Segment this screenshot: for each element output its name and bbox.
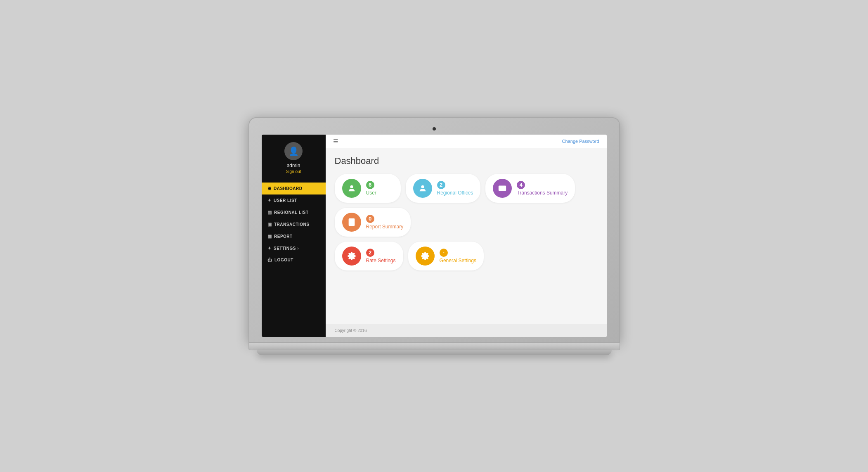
sidebar-label-user-list: User List <box>274 198 297 203</box>
user-avatar-icon: 👤 <box>289 146 299 156</box>
rate-settings-label: Rate Settings <box>366 258 396 263</box>
report-icon: ▦ <box>267 234 272 239</box>
laptop-base <box>248 343 620 350</box>
sidebar-profile: 👤 admin Sign out <box>262 135 326 179</box>
user-badge: 6 <box>366 181 374 189</box>
general-settings-badge: - <box>440 249 448 257</box>
card-report-summary[interactable]: 0 Report Summary <box>335 208 411 237</box>
logout-icon: ⏻ <box>267 258 272 263</box>
laptop-screen: 👤 admin Sign out ⊞ Dashboard ✦ User List <box>262 135 607 337</box>
sidebar-label-regional-list: Regional List <box>274 210 309 215</box>
report-summary-label: Report Summary <box>366 224 404 230</box>
page-title: Dashboard <box>335 156 598 166</box>
topbar: ☰ Change Password <box>326 135 607 148</box>
hamburger-icon[interactable]: ☰ <box>333 138 338 145</box>
screen-bezel: 👤 admin Sign out ⊞ Dashboard ✦ User List <box>248 117 620 343</box>
copyright-text: Copyright © 2016 <box>335 328 367 333</box>
sidebar-label-logout: Logout <box>274 258 293 262</box>
sidebar-label-dashboard: Dashboard <box>274 186 303 191</box>
svg-rect-2 <box>499 185 506 191</box>
cards-row-2: 2 Rate Settings - General Settings <box>335 242 598 270</box>
transactions-icon: ▣ <box>267 222 272 227</box>
transactions-summary-badge: 4 <box>517 181 525 189</box>
user-list-icon: ✦ <box>267 198 272 203</box>
change-password-link[interactable]: Change Password <box>562 139 599 144</box>
sidebar-username: admin <box>287 163 300 168</box>
general-settings-label: General Settings <box>440 258 476 263</box>
user-label: User <box>366 190 376 196</box>
dashboard-icon: ⊞ <box>267 186 272 191</box>
sidebar-item-logout[interactable]: ⏻ Logout <box>262 254 326 266</box>
card-general-settings[interactable]: - General Settings <box>408 242 484 270</box>
card-transactions-summary[interactable]: 4 Transactions Summary <box>485 174 575 203</box>
sidebar-item-settings[interactable]: ✦ Settings › <box>262 242 326 254</box>
laptop-frame: 👤 admin Sign out ⊞ Dashboard ✦ User List <box>248 117 620 355</box>
content-area: Dashboard 6 User <box>326 148 607 324</box>
rate-settings-badge: 2 <box>366 249 374 257</box>
sidebar-item-transactions[interactable]: ▣ Transactions <box>262 218 326 230</box>
transactions-summary-card-info: 4 Transactions Summary <box>517 181 568 196</box>
sidebar-item-dashboard[interactable]: ⊞ Dashboard <box>262 183 326 194</box>
transactions-summary-label: Transactions Summary <box>517 190 568 196</box>
sidebar-label-report: Report <box>274 234 293 239</box>
svg-point-1 <box>421 185 424 188</box>
general-settings-card-info: - General Settings <box>440 249 476 263</box>
report-summary-icon-circle <box>342 213 361 232</box>
report-summary-badge: 0 <box>366 215 374 223</box>
card-regional-offices[interactable]: 2 Regional Offices <box>406 174 481 203</box>
sidebar-label-settings: Settings › <box>274 246 299 251</box>
card-rate-settings[interactable]: 2 Rate Settings <box>335 242 403 270</box>
transactions-summary-icon-circle <box>493 179 512 198</box>
laptop-camera <box>433 127 436 130</box>
general-settings-icon-circle <box>416 247 435 266</box>
svg-rect-3 <box>348 218 355 225</box>
regional-badge: 2 <box>437 181 445 189</box>
rate-settings-icon-circle <box>342 247 361 266</box>
sidebar-label-transactions: Transactions <box>274 222 309 227</box>
svg-point-0 <box>350 185 353 188</box>
sidebar-item-user-list[interactable]: ✦ User List <box>262 194 326 206</box>
regional-icon-circle <box>413 179 432 198</box>
rate-settings-card-info: 2 Rate Settings <box>366 249 396 263</box>
report-summary-card-info: 0 Report Summary <box>366 215 404 230</box>
sidebar-item-regional-list[interactable]: ▤ Regional List <box>262 206 326 218</box>
user-icon-circle <box>342 179 361 198</box>
cards-row-1: 6 User 2 Regional Offices <box>335 174 598 237</box>
sidebar-nav: ⊞ Dashboard ✦ User List ▤ Regional List … <box>262 183 326 266</box>
laptop-foot <box>257 350 612 355</box>
regional-list-icon: ▤ <box>267 210 272 215</box>
footer: Copyright © 2016 <box>326 324 607 337</box>
sidebar: 👤 admin Sign out ⊞ Dashboard ✦ User List <box>262 135 326 337</box>
main-content: ☰ Change Password Dashboard 6 <box>326 135 607 337</box>
user-card-info: 6 User <box>366 181 376 196</box>
card-user[interactable]: 6 User <box>335 174 401 203</box>
sign-out-link[interactable]: Sign out <box>286 169 301 174</box>
avatar: 👤 <box>284 142 303 160</box>
sidebar-item-report[interactable]: ▦ Report <box>262 230 326 242</box>
regional-label: Regional Offices <box>437 190 473 196</box>
settings-icon: ✦ <box>267 246 272 251</box>
regional-card-info: 2 Regional Offices <box>437 181 473 196</box>
